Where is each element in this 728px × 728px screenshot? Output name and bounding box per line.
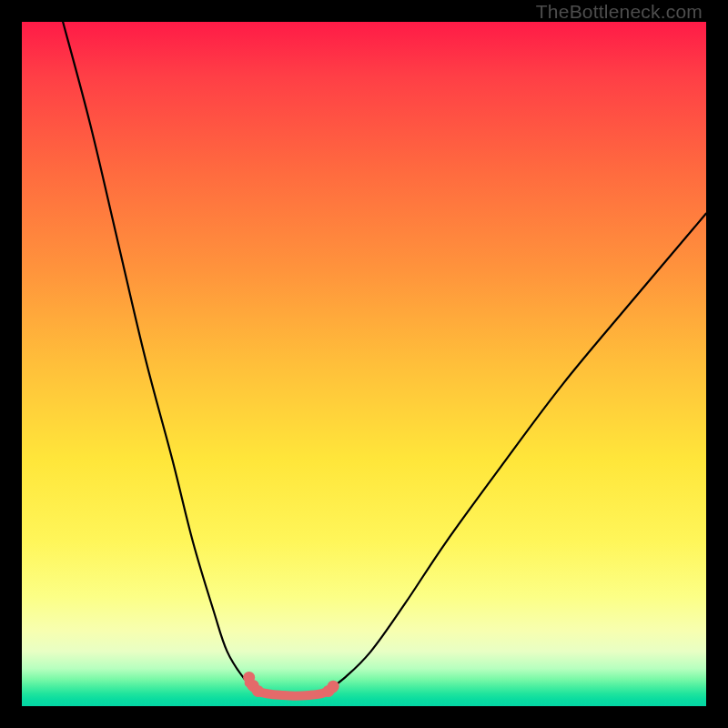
plot-area — [22, 22, 706, 706]
salmon-dot — [252, 685, 264, 697]
left-black-curve — [63, 22, 258, 691]
chart-frame: TheBottleneck.com — [0, 0, 728, 728]
right-black-curve — [327, 214, 706, 692]
curve-layer — [22, 22, 706, 706]
salmon-dot — [328, 681, 339, 693]
watermark-text: TheBottleneck.com — [536, 1, 703, 23]
